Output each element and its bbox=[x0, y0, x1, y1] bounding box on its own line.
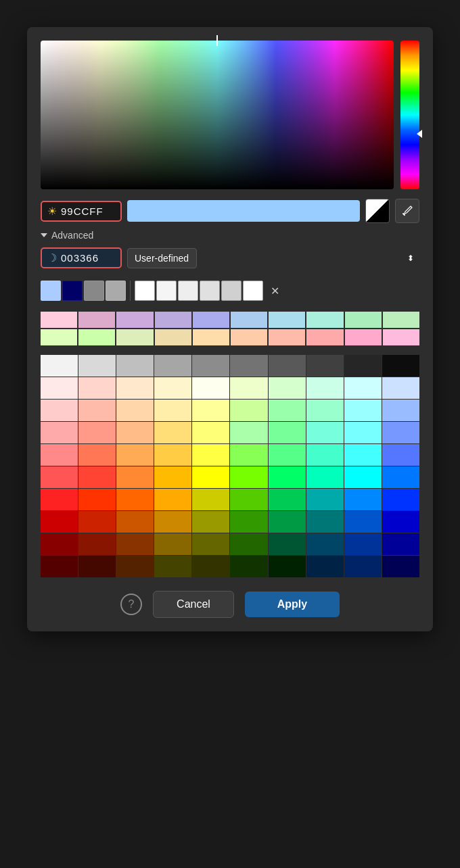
main-swatch[interactable] bbox=[230, 355, 267, 377]
recent-swatch[interactable] bbox=[135, 281, 155, 301]
main-swatch[interactable] bbox=[41, 422, 78, 443]
main-swatch[interactable] bbox=[306, 466, 344, 488]
recent-swatch[interactable] bbox=[41, 281, 61, 301]
main-swatch[interactable] bbox=[382, 533, 419, 555]
recent-swatch[interactable] bbox=[84, 281, 104, 301]
pastel-swatch[interactable] bbox=[345, 329, 382, 345]
dark-hex-input[interactable] bbox=[61, 252, 115, 264]
pastel-swatch[interactable] bbox=[78, 312, 115, 328]
pastel-swatch[interactable] bbox=[193, 329, 229, 345]
recent-swatch[interactable] bbox=[106, 281, 126, 301]
color-gradient-canvas[interactable] bbox=[41, 41, 394, 189]
pastel-swatch[interactable] bbox=[41, 329, 77, 345]
main-swatch[interactable] bbox=[306, 377, 344, 399]
main-swatch[interactable] bbox=[344, 466, 382, 488]
main-swatch[interactable] bbox=[116, 377, 154, 399]
main-swatch[interactable] bbox=[116, 511, 154, 533]
main-swatch[interactable] bbox=[382, 355, 419, 377]
main-swatch[interactable] bbox=[41, 444, 78, 466]
main-swatch[interactable] bbox=[269, 489, 306, 510]
pastel-swatch[interactable] bbox=[345, 312, 382, 328]
main-swatch[interactable] bbox=[192, 489, 229, 510]
apply-button[interactable]: Apply bbox=[245, 592, 340, 617]
main-swatch[interactable] bbox=[382, 377, 419, 399]
pastel-swatch[interactable] bbox=[383, 312, 419, 328]
main-swatch[interactable] bbox=[344, 377, 382, 399]
main-swatch[interactable] bbox=[41, 377, 78, 399]
main-swatch[interactable] bbox=[78, 355, 116, 377]
help-button[interactable]: ? bbox=[120, 594, 142, 615]
main-swatch[interactable] bbox=[41, 556, 78, 577]
main-swatch[interactable] bbox=[269, 466, 306, 488]
main-swatch[interactable] bbox=[382, 422, 419, 443]
pastel-swatch[interactable] bbox=[269, 312, 305, 328]
recent-swatch[interactable] bbox=[243, 281, 263, 301]
main-swatch[interactable] bbox=[41, 355, 78, 377]
main-swatch[interactable] bbox=[306, 355, 344, 377]
main-swatch[interactable] bbox=[192, 556, 229, 577]
main-swatch[interactable] bbox=[306, 533, 344, 555]
recent-swatch[interactable] bbox=[178, 281, 198, 301]
main-swatch[interactable] bbox=[154, 489, 191, 510]
main-swatch[interactable] bbox=[230, 533, 267, 555]
main-swatch[interactable] bbox=[116, 422, 154, 443]
main-swatch[interactable] bbox=[382, 400, 419, 421]
main-swatch[interactable] bbox=[154, 533, 191, 555]
main-swatch[interactable] bbox=[344, 511, 382, 533]
main-swatch[interactable] bbox=[78, 377, 116, 399]
pastel-swatch[interactable] bbox=[155, 329, 191, 345]
main-swatch[interactable] bbox=[116, 400, 154, 421]
pastel-swatch[interactable] bbox=[306, 312, 343, 328]
main-swatch[interactable] bbox=[154, 466, 191, 488]
main-swatch[interactable] bbox=[344, 444, 382, 466]
pastel-swatch[interactable] bbox=[306, 329, 343, 345]
main-swatch[interactable] bbox=[116, 489, 154, 510]
main-swatch[interactable] bbox=[306, 400, 344, 421]
main-swatch[interactable] bbox=[154, 556, 191, 577]
main-swatch[interactable] bbox=[306, 444, 344, 466]
pastel-swatch[interactable] bbox=[78, 329, 115, 345]
advanced-toggle[interactable]: Advanced bbox=[41, 230, 419, 241]
main-swatch[interactable] bbox=[382, 511, 419, 533]
main-swatch[interactable] bbox=[382, 556, 419, 577]
main-swatch[interactable] bbox=[382, 466, 419, 488]
recent-swatch[interactable] bbox=[156, 281, 177, 301]
main-swatch[interactable] bbox=[269, 511, 306, 533]
main-swatch[interactable] bbox=[116, 444, 154, 466]
main-swatch[interactable] bbox=[306, 489, 344, 510]
main-swatch[interactable] bbox=[269, 355, 306, 377]
main-swatch[interactable] bbox=[78, 400, 116, 421]
main-swatch[interactable] bbox=[230, 489, 267, 510]
eyedropper-button[interactable] bbox=[395, 199, 419, 223]
main-swatch[interactable] bbox=[344, 556, 382, 577]
pastel-swatch[interactable] bbox=[116, 312, 153, 328]
main-swatch[interactable] bbox=[192, 400, 229, 421]
hue-slider[interactable] bbox=[400, 41, 419, 189]
main-swatch[interactable] bbox=[269, 444, 306, 466]
main-swatch[interactable] bbox=[78, 533, 116, 555]
main-swatch[interactable] bbox=[116, 355, 154, 377]
pastel-swatch[interactable] bbox=[231, 329, 267, 345]
main-swatch[interactable] bbox=[230, 556, 267, 577]
pastel-swatch[interactable] bbox=[231, 312, 267, 328]
main-swatch[interactable] bbox=[41, 400, 78, 421]
main-swatch[interactable] bbox=[78, 511, 116, 533]
main-swatch[interactable] bbox=[269, 400, 306, 421]
main-swatch[interactable] bbox=[116, 466, 154, 488]
main-swatch[interactable] bbox=[230, 422, 267, 443]
main-swatch[interactable] bbox=[41, 533, 78, 555]
main-swatch[interactable] bbox=[230, 466, 267, 488]
main-swatch[interactable] bbox=[230, 444, 267, 466]
main-swatch[interactable] bbox=[344, 422, 382, 443]
pastel-swatch[interactable] bbox=[116, 329, 153, 345]
main-swatch[interactable] bbox=[41, 511, 78, 533]
main-swatch[interactable] bbox=[78, 489, 116, 510]
main-swatch[interactable] bbox=[192, 466, 229, 488]
pastel-swatch[interactable] bbox=[41, 312, 77, 328]
main-swatch[interactable] bbox=[306, 556, 344, 577]
main-swatch[interactable] bbox=[344, 400, 382, 421]
main-swatch[interactable] bbox=[78, 444, 116, 466]
main-swatch[interactable] bbox=[344, 489, 382, 510]
main-swatch[interactable] bbox=[344, 355, 382, 377]
main-swatch[interactable] bbox=[78, 422, 116, 443]
